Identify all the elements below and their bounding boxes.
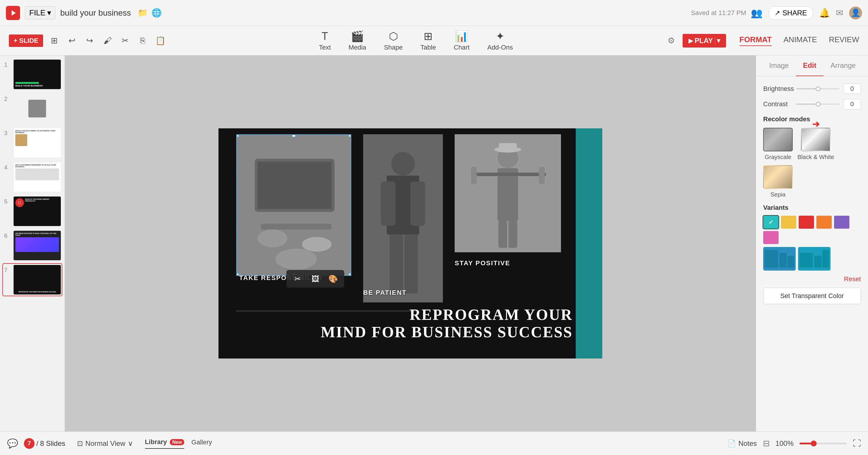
contrast-value[interactable]: 0 [843,99,861,109]
folder-icon[interactable]: 📁 [137,8,148,18]
fullscreen-button[interactable]: ⛶ [852,438,861,448]
slide-canvas[interactable]: ↺ 🖼 [218,128,602,359]
crop-button[interactable]: ✂ [291,272,304,285]
notes-button[interactable]: 📄 Notes [727,440,757,448]
right-panel: Image Edit Arrange Brightness 0 Contrast [756,56,868,431]
left-image-content [237,135,350,275]
slide-thumb-2[interactable]: 2 [3,93,62,125]
brightness-slider[interactable] [796,88,840,89]
gallery-label: Gallery [191,438,212,446]
set-transparent-button[interactable]: Set Transparent Color [763,288,861,304]
resize-handle-br[interactable] [348,273,351,276]
view-mode-button[interactable]: ⊡ Normal View ∨ [77,440,133,448]
top-right-icons: 👥 ↗ SHARE 🔔 ✉ 👤 [751,6,862,20]
sepia-label: Sepia [770,191,785,198]
animate-button[interactable]: ANIMATE [783,35,817,46]
grid-view-button[interactable]: ⊞ [48,34,61,47]
recolor-sepia[interactable]: Sepia [763,165,793,198]
notes-label: Notes [738,440,757,448]
variant-color-pink[interactable] [763,231,779,244]
shape-icon: ⬡ [389,30,398,42]
bottom-bar: 💬 7 / 8 Slides ⊡ Normal View ∨ Library N… [0,431,868,455]
slide-thumb-3[interactable]: 3 BUILD A SALES FUNNEL TO AUTOMATE YOUR … [3,127,62,159]
contrast-row: Contrast 0 [763,99,861,109]
right-image[interactable] [455,134,561,252]
library-tab[interactable]: Library New [145,438,185,449]
svg-point-5 [258,230,287,247]
undo-button[interactable]: ↩ [66,34,79,47]
resize-handle-tm[interactable] [292,134,296,137]
slide-num-2: 2 [4,96,11,102]
bottom-text-line1: REPROGRAM YOUR [321,306,573,323]
mail-icon[interactable]: ✉ [836,8,843,18]
notification-icon[interactable]: 🔔 [819,8,830,18]
resize-handle-tr[interactable] [348,134,351,137]
globe-icon[interactable]: 🌐 [151,8,162,18]
variant-color-teal[interactable]: ✓ [763,216,779,229]
recolor-options: Grayscale Black & White ➔ Sepia [763,128,861,198]
recolor-bw[interactable]: Black & White ➔ [798,128,834,161]
tab-image[interactable]: Image [762,56,796,76]
review-button[interactable]: REVIEW [829,35,859,46]
collaborators-icon[interactable]: 👥 [751,7,763,19]
sepia-thumb [763,165,793,189]
chart-tool[interactable]: 📊 Chart [454,30,470,51]
reset-button[interactable]: Reset [763,275,861,283]
table-tool[interactable]: ⊞ Table [421,30,436,51]
replace-image-button[interactable]: 🖼 [309,272,322,285]
play-button[interactable]: ▶ PLAY ▾ [683,34,726,47]
variant-thumb-1[interactable] [763,247,796,270]
chat-icon[interactable]: 💬 [7,438,18,449]
addons-tool[interactable]: ✦ Add-Ons [487,30,513,51]
format-animate-review: FORMAT ANIMATE REVIEW [740,35,860,46]
center-image[interactable] [363,134,443,302]
shape-label: Shape [384,44,403,51]
zoom-slider[interactable] [800,443,847,444]
variants-thumb-row [763,247,861,270]
slide-thumb-6[interactable]: 6 USE MEDIA EXPOSURE TO BUILD YOUR EMAIL… [3,230,62,261]
tab-arrange[interactable]: Arrange [824,56,863,76]
resize-handle-tl[interactable] [236,134,239,137]
user-avatar[interactable]: 👤 [849,6,862,20]
main-layout: 1 BUILD YOUR BUSINESS 2 3 BUILD A SA [0,56,868,431]
add-slide-button[interactable]: + SLIDE [9,35,43,47]
format-button[interactable]: FORMAT [740,35,772,46]
format-paint-button[interactable]: 🖌 [101,34,114,47]
addons-label: Add-Ons [487,44,513,51]
slide-thumb-1[interactable]: 1 BUILD YOUR BUSINESS [3,58,62,90]
file-menu-button[interactable]: FILE ▾ [25,6,56,20]
resize-handle-bl[interactable] [236,273,239,276]
caption-stay-positive: STAY POSITIVE [455,259,510,267]
image-filter-button[interactable]: 🎨 [327,272,340,285]
svg-point-6 [302,237,332,252]
tab-edit[interactable]: Edit [796,56,824,76]
gallery-tab[interactable]: Gallery [191,438,212,449]
contrast-slider[interactable] [796,104,840,105]
variant-color-purple[interactable] [834,216,849,229]
variant-color-yellow[interactable] [781,216,796,229]
variant-thumb-2[interactable] [798,247,831,270]
variant-color-orange[interactable] [816,216,832,229]
table-icon: ⊞ [424,30,433,42]
paste-button[interactable]: 📋 [154,34,167,47]
text-tool[interactable]: T Text [319,30,331,51]
share-button[interactable]: ↗ SHARE [769,6,813,20]
canvas-area[interactable]: ↺ 🖼 [65,56,756,431]
play-dropdown-icon[interactable]: ▾ [717,37,720,44]
app-logo[interactable] [6,6,20,20]
brightness-value[interactable]: 0 [843,84,861,94]
shape-tool[interactable]: ⬡ Shape [384,30,403,51]
copy-button[interactable]: ⎘ [136,34,149,47]
recolor-grayscale[interactable]: Grayscale [763,128,793,161]
slide-thumb-5[interactable]: 5 ⬡ DEVELOP YOUR MONEY MINDSET PERSONALI… [3,195,62,227]
left-image[interactable]: ↺ 🖼 [236,134,351,276]
variant-color-red[interactable] [799,216,814,229]
media-tool[interactable]: 🎬 Media [349,30,366,51]
settings-button[interactable]: ⚙ [665,34,678,47]
redo-button[interactable]: ↪ [83,34,96,47]
grid-layout-icon[interactable]: ⊟ [763,438,770,448]
scissors-button[interactable]: ✂ [119,34,132,47]
slide-img-3: BUILD A SALES FUNNEL TO AUTOMATE YOUR BU… [13,128,61,158]
slide-thumb-7[interactable]: 7 REPROGRAM YOUR MIND FOR BUSINESS SUCCE… [3,264,62,296]
slide-thumb-4[interactable]: 4 GET CUSTOMERS PREPARED TO SCALE YOUR B… [3,161,62,193]
